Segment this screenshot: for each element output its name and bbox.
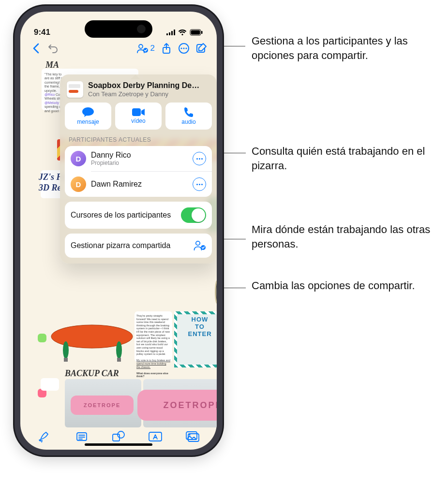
cursors-label: Cursores de los participantes (71, 210, 181, 220)
callout-cursors: Mira dónde están trabajando las otras pe… (252, 222, 440, 251)
home-indicator (85, 443, 152, 446)
back-button[interactable] (27, 40, 45, 57)
svg-rect-26 (132, 108, 141, 116)
video-button[interactable]: vídeo (115, 103, 162, 130)
new-board-button[interactable] (193, 40, 210, 57)
status-time: 9:41 (34, 28, 50, 37)
participant-name: Dawn Ramirez (91, 180, 188, 189)
message-label: mensaje (77, 118, 99, 125)
participant-row[interactable]: D Dawn Ramirez (65, 172, 212, 197)
participant-more-button[interactable] (193, 177, 206, 191)
video-label: vídeo (131, 117, 145, 124)
backup-car-heading: BACKUP CAR (65, 368, 119, 379)
svg-point-27 (196, 241, 200, 245)
cursors-toggle-row[interactable]: Cursores de los participantes (65, 202, 212, 229)
participants-list: D Danny Rico Propietario D Dawn Ramirez (65, 146, 212, 197)
participant-more-button[interactable] (193, 152, 206, 165)
svg-rect-1 (191, 30, 200, 35)
media-button[interactable] (179, 427, 206, 446)
phone-mockup: 9:41 (15, 6, 223, 455)
svg-rect-2 (201, 31, 203, 34)
cellular-icon (166, 29, 175, 35)
top-toolbar: 2 (20, 38, 217, 59)
share-button[interactable] (158, 40, 175, 57)
svg-point-17 (63, 341, 69, 359)
enter-title: HOWTOENTER (184, 316, 216, 338)
cursors-switch[interactable] (181, 207, 206, 223)
audio-button[interactable]: audio (165, 103, 212, 130)
pen-tool-button[interactable] (31, 427, 58, 446)
svg-point-7 (180, 47, 182, 49)
dynamic-island (85, 20, 152, 38)
schematic-icon (210, 278, 217, 307)
popover-subtitle: Con Team Zoetrope y Danny (88, 90, 209, 98)
text-note-content: They're pretty straight-forward! We need… (136, 314, 170, 378)
avatar: D (71, 151, 86, 166)
participant-role: Propietario (91, 160, 188, 166)
avatar: D (71, 176, 86, 192)
svg-point-38 (189, 434, 190, 435)
participant-row[interactable]: D Danny Rico Propietario (65, 146, 212, 171)
svg-point-8 (183, 47, 184, 49)
board-thumbnail-icon (67, 81, 83, 98)
svg-rect-35 (149, 432, 162, 441)
screen: 9:41 (20, 12, 217, 450)
more-button[interactable] (175, 40, 193, 57)
collaborate-icon (194, 240, 206, 251)
callout-collab: Gestiona a los participantes y las opcio… (252, 34, 440, 62)
participant-name: Danny Rico (91, 151, 188, 160)
photo-right: ZOETROPE (143, 379, 217, 427)
callout-participants: Consulta quién está trabajando en el piz… (252, 144, 440, 173)
undo-button[interactable] (45, 40, 62, 57)
collab-count: 2 (150, 44, 155, 53)
handwriting: MA (45, 60, 59, 71)
wifi-icon (178, 29, 187, 36)
collaboration-popover: Soapbox Derby Planning De… Con Team Zoet… (60, 74, 217, 264)
sticky-green (38, 334, 46, 342)
manage-shared-board-button[interactable]: Gestionar pizarra compartida (65, 234, 212, 258)
svg-point-9 (185, 47, 187, 49)
svg-rect-19 (64, 358, 68, 362)
svg-point-3 (139, 44, 143, 48)
photo-left: ZOETROPE (65, 379, 141, 427)
callout-manage: Cambia las opciones de compartir. (252, 279, 440, 293)
audio-label: audio (181, 118, 195, 125)
brand-a: ZOETROPE (71, 396, 134, 415)
small-card (41, 378, 59, 391)
manage-label: Gestionar pizarra compartida (71, 241, 189, 250)
svg-point-34 (118, 431, 124, 438)
svg-point-18 (116, 341, 122, 359)
svg-rect-20 (117, 358, 121, 362)
collaborate-button[interactable]: 2 (134, 40, 158, 57)
battery-icon (190, 29, 203, 36)
popover-title: Soapbox Derby Planning De… (88, 81, 209, 90)
car-illustration (48, 314, 135, 356)
participants-header: PARTICIPANTES ACTUALES (69, 136, 209, 143)
brand-b: ZOETROPE (137, 390, 217, 421)
message-button[interactable]: mensaje (65, 103, 111, 130)
